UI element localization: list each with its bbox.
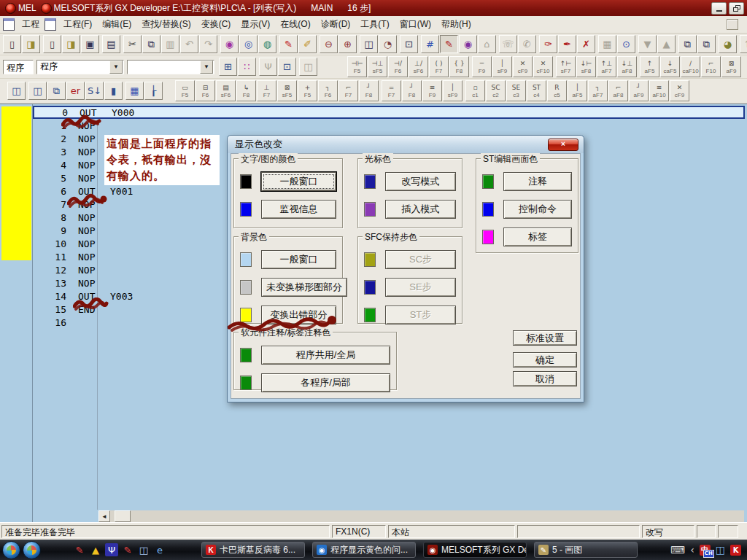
- ladder-symbol-button-c1[interactable]: ▫c1: [465, 80, 485, 101]
- ladder-symbol-button-sF8[interactable]: ↓⊢sF8: [576, 56, 596, 77]
- horizontal-scrollbar[interactable]: ◄: [98, 510, 744, 522]
- ladder-symbol-button-F10[interactable]: ⌐F10: [701, 56, 721, 77]
- copy-button[interactable]: ⧉: [142, 35, 160, 53]
- menu-diagnostics[interactable]: 诊断(D): [316, 16, 356, 33]
- paste-button[interactable]: ▥: [161, 35, 179, 53]
- ladder-symbol-button-aF5[interactable]: ↑aF5: [640, 56, 659, 77]
- save-project-button[interactable]: ▣: [81, 35, 99, 53]
- window-jump-button[interactable]: ⧉: [678, 35, 697, 53]
- ladder-symbol-button-sF5[interactable]: ⊣⊥sF5: [368, 56, 387, 77]
- ladder-symbol-button-F7[interactable]: =F7: [382, 80, 401, 101]
- ladder-symbol-button-aF10[interactable]: ≡aF10: [649, 80, 669, 101]
- start-button[interactable]: [2, 541, 20, 559]
- find-string-button[interactable]: ◍: [258, 35, 276, 53]
- ladder-symbol-button-F5[interactable]: ▭F5: [175, 80, 195, 101]
- ql-search-icon[interactable]: ✎: [121, 543, 134, 556]
- menu-tools[interactable]: 工具(T): [355, 16, 394, 33]
- menu-window[interactable]: 窗口(W): [395, 16, 436, 33]
- color-select-button[interactable]: 一般窗口: [261, 250, 336, 269]
- color-select-button[interactable]: 注释: [503, 172, 572, 191]
- keyboard-tray-icon[interactable]: ⌨: [670, 544, 685, 556]
- ql-warning-icon[interactable]: ▲: [89, 543, 102, 556]
- color-select-button[interactable]: 各程序/局部: [261, 373, 390, 392]
- monitor-stop-button[interactable]: ⧉: [47, 82, 66, 100]
- redo-button[interactable]: ↷: [199, 35, 217, 53]
- branch-write-button[interactable]: ┟: [144, 82, 163, 100]
- sampling-trace-button[interactable]: ▼: [638, 35, 657, 53]
- color-select-button[interactable]: 插入模式: [385, 200, 456, 219]
- dialog-title-bar[interactable]: 显示色改变: [228, 136, 584, 153]
- device-grid-button[interactable]: ▦: [125, 82, 144, 100]
- menu-project[interactable]: 工程(F): [58, 16, 97, 33]
- ladder-symbol-button-sF6[interactable]: ⊥/sF6: [409, 56, 428, 77]
- menu-find-replace[interactable]: 查找/替换(S): [136, 16, 196, 33]
- network-tray-icon[interactable]: ◫: [716, 544, 725, 556]
- new-project-button[interactable]: ▯: [43, 35, 61, 53]
- ladder-symbol-button-aF8[interactable]: ⌐aF8: [608, 80, 628, 101]
- kaspersky-tray-icon[interactable]: K: [730, 545, 741, 556]
- label-list-button[interactable]: ⊡: [400, 35, 418, 53]
- color-select-button[interactable]: 程序共用/全局: [261, 346, 390, 365]
- minimize-button[interactable]: [711, 2, 727, 15]
- color-select-button[interactable]: 改写模式: [385, 172, 456, 191]
- scroll-left-arrow-icon[interactable]: ◄: [98, 510, 110, 522]
- ladder-symbol-button-aF5[interactable]: │aF5: [568, 80, 587, 101]
- task-button[interactable]: ◉MELSOFT系列 GX De...: [423, 542, 527, 558]
- statement-button[interactable]: ∷: [238, 58, 256, 76]
- program-list-button[interactable]: ◫: [299, 58, 317, 76]
- ladder-symbol-button-sF5[interactable]: ⊠sF5: [277, 80, 297, 101]
- monitor-start-button[interactable]: ◫: [7, 82, 26, 100]
- menu-view[interactable]: 显示(V): [236, 16, 275, 33]
- ladder-symbol-button-aF7[interactable]: ┐aF7: [588, 80, 608, 101]
- new-project-button[interactable]: ▯: [3, 35, 21, 53]
- ladder-symbol-button-F9[interactable]: ≡F9: [422, 80, 442, 101]
- ladder-symbol-button-F7[interactable]: ⌐F7: [338, 80, 358, 101]
- task-button[interactable]: K卡巴斯基反病毒 6...: [201, 542, 305, 558]
- sampling-trace-button[interactable]: ▲: [657, 35, 676, 53]
- ladder-symbol-button-c3[interactable]: SEc3: [506, 80, 526, 101]
- ladder-symbol-button-aF8[interactable]: ↓⊥aF8: [617, 56, 637, 77]
- monitor-find-button[interactable]: ◉: [459, 35, 477, 53]
- ladder-block-button[interactable]: ▮: [104, 82, 123, 100]
- task-button[interactable]: ✎5 - 画图: [534, 542, 638, 558]
- ladder-symbol-button-cF9[interactable]: ✕cF9: [670, 80, 689, 101]
- ladder-symbol-button-c2[interactable]: SCc2: [486, 80, 506, 101]
- ladder-symbol-button-F7[interactable]: ⊥F7: [257, 80, 276, 101]
- ladder-symbol-button-sF9[interactable]: │sF9: [443, 80, 462, 101]
- ladder-symbol-button-c4[interactable]: STc4: [527, 80, 546, 101]
- standard-settings-button[interactable]: 标准设置: [513, 330, 577, 346]
- ladder-symbol-button-cF9[interactable]: ✕cF9: [513, 56, 533, 77]
- ladder-symbol-button-F8[interactable]: ┘F8: [359, 80, 379, 101]
- ladder-symbol-button-F6[interactable]: ┐F6: [318, 80, 338, 101]
- device-monitor-button[interactable]: Ψ: [259, 58, 277, 76]
- ladder-symbol-button-F5[interactable]: +F5: [298, 80, 317, 101]
- ql-explorer-icon[interactable]: e: [153, 543, 166, 556]
- comment-button[interactable]: ⊞: [219, 58, 237, 76]
- device-batch-button[interactable]: ▦: [598, 35, 616, 53]
- open-project-button[interactable]: ◨: [62, 35, 80, 53]
- window-jump-button[interactable]: ⧉: [697, 35, 716, 53]
- program-select[interactable]: 程序 ▼: [36, 60, 124, 74]
- menu-online[interactable]: 在线(O): [275, 16, 315, 33]
- start-button[interactable]: [23, 541, 41, 559]
- ladder-symbol-button-aF7[interactable]: ↑⊥aF7: [597, 56, 616, 77]
- chevron-down-icon[interactable]: ▼: [109, 61, 123, 74]
- task-button[interactable]: ◉程序显示黄色的问...: [312, 542, 416, 558]
- project-find-button[interactable]: ◔: [379, 35, 397, 53]
- menu-help[interactable]: 帮助(H): [436, 16, 476, 33]
- ladder-symbol-button-F8[interactable]: ↳F8: [236, 80, 256, 101]
- print-button[interactable]: ▤: [102, 35, 120, 53]
- chevron-down-icon[interactable]: ▼: [200, 61, 213, 74]
- device-test-button[interactable]: ✐: [298, 35, 317, 53]
- ladder-symbol-button-caF5[interactable]: ↓caF5: [660, 56, 680, 77]
- zoom-out-button[interactable]: ⊖: [320, 35, 338, 53]
- child-window-icon[interactable]: [44, 18, 56, 31]
- ladder-symbol-button-cF10[interactable]: ✕cF10: [533, 56, 553, 77]
- color-select-button[interactable]: 变换出错部分: [261, 306, 336, 324]
- phone-online-button[interactable]: ☏: [499, 35, 517, 53]
- open-project-button[interactable]: ◨: [22, 35, 40, 53]
- device-select[interactable]: ▼: [127, 60, 214, 74]
- cut-button[interactable]: ✂: [123, 35, 142, 53]
- row-height-button[interactable]: ⇅: [740, 35, 747, 53]
- ime-chinese-icon[interactable]: 中CH: [700, 545, 711, 556]
